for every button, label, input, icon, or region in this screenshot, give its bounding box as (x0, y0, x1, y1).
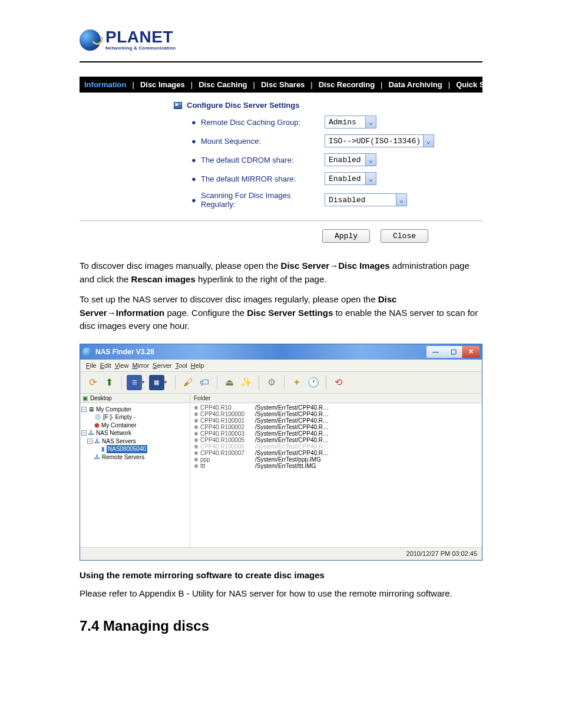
close-button[interactable]: ✕ (462, 346, 480, 358)
select-value: Enabled (329, 174, 365, 183)
tree-header[interactable]: ▣ Desktop (80, 394, 190, 403)
collapse-icon[interactable]: − (81, 430, 87, 436)
maximize-button[interactable]: ▢ (444, 346, 462, 358)
menu-tool[interactable]: Tool (176, 362, 187, 369)
select-value: Admins (329, 118, 365, 127)
header-divider (80, 61, 482, 62)
disc-icon: ◉ (194, 450, 199, 456)
config-panel: Configure Disc Server Settings ● Remote … (80, 93, 482, 221)
brush-icon[interactable]: 🖌 (180, 375, 196, 390)
list-item[interactable]: ◉CPP40.R100007/System/ErrTest/CPP40.R… (190, 450, 482, 456)
eject-icon[interactable]: ⏏ (222, 375, 237, 390)
globe-icon (80, 29, 101, 51)
wand-icon[interactable]: ✦ (289, 375, 305, 390)
disc-icon: ◉ (194, 424, 199, 430)
list-pane: Folder ◉CPP40.R10/System/ErrTest/CPP40.R… (190, 394, 482, 547)
chevron-down-icon: ⌄ (423, 135, 434, 147)
chevron-down-icon: ⌄ (365, 154, 376, 166)
list-item[interactable]: ◉CPP40.R10/System/ErrTest/CPP40.R… (190, 404, 482, 411)
tag-icon[interactable]: 🏷 (197, 375, 212, 390)
sync-icon[interactable]: ⟲ (331, 375, 346, 390)
window-title: NAS Finder V3.28 (95, 348, 154, 356)
nav-sep: | (251, 80, 257, 89)
disc-icon: ◉ (194, 437, 199, 443)
config-icon (174, 102, 182, 109)
tree-item[interactable]: NAS Network (96, 429, 131, 437)
tree-item-selected[interactable]: NAS08005040 (107, 445, 147, 453)
nav-sep: | (446, 80, 452, 89)
menu-view[interactable]: View (115, 362, 129, 369)
tree-item[interactable]: Remote Servers (102, 453, 144, 462)
toolbar-sep (284, 375, 285, 390)
bullet-icon: ● (191, 118, 201, 127)
nav-information[interactable]: Information (84, 80, 127, 89)
refresh-icon[interactable]: ⟳ (85, 375, 100, 390)
toolbar: ⟳ ⬆ ☰ ▼ ▦ ▼ 🖌 🏷 ⏏ ✨ ⚙ ✦ 🕐 ⟲ (80, 372, 482, 394)
chevron-down-icon: ⌄ (365, 116, 376, 128)
dropdown-icon[interactable]: ▼ (141, 380, 146, 385)
gear-icon[interactable]: ⚙ (264, 375, 279, 390)
container-icon: ⬢ (94, 421, 100, 430)
menu-file[interactable]: File (86, 362, 97, 369)
list-item[interactable]: ◉CPP40.R100000/System/ErrTest/CPP40.R… (190, 411, 482, 417)
bullet-icon: ● (191, 196, 201, 205)
list-item[interactable]: ◉CPP40.R100001/System/ErrTest/CPP40.R… (190, 417, 482, 424)
list-header[interactable]: Folder (190, 394, 482, 403)
disc-icon: ◉ (194, 443, 199, 449)
desktop-icon: ▣ (82, 395, 88, 401)
tree-item[interactable]: NAS Servers (102, 437, 136, 446)
dropdown-icon[interactable]: ▼ (163, 380, 168, 385)
tree-item[interactable]: My Container (101, 421, 136, 430)
apply-button[interactable]: Apply (322, 229, 370, 243)
status-timestamp: 2010/12/27 PM 03:02:45 (406, 550, 477, 557)
clock-icon[interactable]: 🕐 (306, 375, 321, 390)
tree-pane: ▣ Desktop −🖥My Computer 💿[F:]- Empty - ⬢… (80, 394, 190, 547)
app-icon (82, 347, 92, 357)
nav-quick-setup[interactable]: Quick Setup (456, 80, 501, 89)
cfg-label: The default CDROM share: (201, 156, 325, 164)
menu-server[interactable]: Server (153, 362, 171, 369)
list-item[interactable]: ◉CPP40.R100003/System/ErrTest/CPP40.R… (190, 430, 482, 437)
tree-item[interactable]: My Computer (96, 406, 131, 414)
view-list-icon[interactable]: ☰ (127, 375, 142, 390)
scan-regularly-select[interactable]: Disabled ⌄ (325, 193, 407, 206)
menu-edit[interactable]: Edit (100, 362, 111, 369)
clean-icon[interactable]: ✨ (239, 375, 254, 390)
collapse-icon[interactable]: − (81, 407, 87, 412)
servers-icon: 🖧 (94, 437, 100, 446)
cdrom-share-select[interactable]: Enabled ⌄ (325, 153, 376, 166)
menu-help[interactable]: Help (191, 362, 204, 369)
bullet-icon: ● (191, 137, 201, 146)
toolbar-sep (121, 375, 122, 390)
disc-icon: ◉ (194, 417, 199, 423)
nav-sep: | (189, 80, 195, 89)
nav-data-archiving[interactable]: Data Archiving (388, 80, 442, 89)
tree-item[interactable]: [F:]- Empty - (103, 413, 135, 421)
list-item[interactable]: ◉ppp/System/ErrTest/ppp.IMG (190, 456, 482, 463)
nav-disc-images[interactable]: Disc Images (140, 80, 185, 89)
mount-sequence-select[interactable]: ISO-->UDF(ISO-13346) ⌄ (325, 134, 434, 147)
menubar: File Edit View Mirror Server Tool Help (80, 360, 482, 372)
minimize-button[interactable]: — (427, 346, 444, 358)
cfg-label: The default MIRROR share: (201, 174, 325, 183)
nav-disc-shares[interactable]: Disc Shares (261, 80, 305, 89)
collapse-icon[interactable]: − (87, 439, 92, 444)
nas-finder-window: NAS Finder V3.28 — ▢ ✕ File Edit View Mi… (80, 344, 482, 561)
remote-caching-group-select[interactable]: Admins ⌄ (325, 116, 376, 129)
disc-icon: ◉ (194, 430, 199, 436)
menu-mirror[interactable]: Mirror (132, 362, 149, 369)
nav-disc-recording[interactable]: Disc Recording (319, 80, 375, 89)
bullet-icon: ● (191, 156, 201, 164)
top-nav: Information | Disc Images | Disc Caching… (80, 77, 482, 93)
close-button[interactable]: Close (381, 229, 428, 243)
list-item[interactable]: ◉CPP40.R100002/System/ErrTest/CPP40.R… (190, 424, 482, 430)
mirror-share-select[interactable]: Enabled ⌄ (325, 172, 376, 185)
list-item[interactable]: ◉CPP40.R100005/System/ErrTest/CPP40.R… (190, 437, 482, 443)
up-icon[interactable]: ⬆ (101, 375, 117, 390)
window-titlebar[interactable]: NAS Finder V3.28 — ▢ ✕ (80, 344, 482, 360)
subheading: Using the remote mirroring software to c… (80, 570, 482, 580)
nav-disc-caching[interactable]: Disc Caching (199, 80, 247, 89)
list-item[interactable]: ◉ttt/System/ErrTest/ttt.IMG (190, 463, 482, 469)
list-item[interactable]: ◉CPP40.R100006/System/ErrTest/CPP40.R… (190, 443, 482, 450)
view-grid-icon[interactable]: ▦ (149, 375, 164, 390)
